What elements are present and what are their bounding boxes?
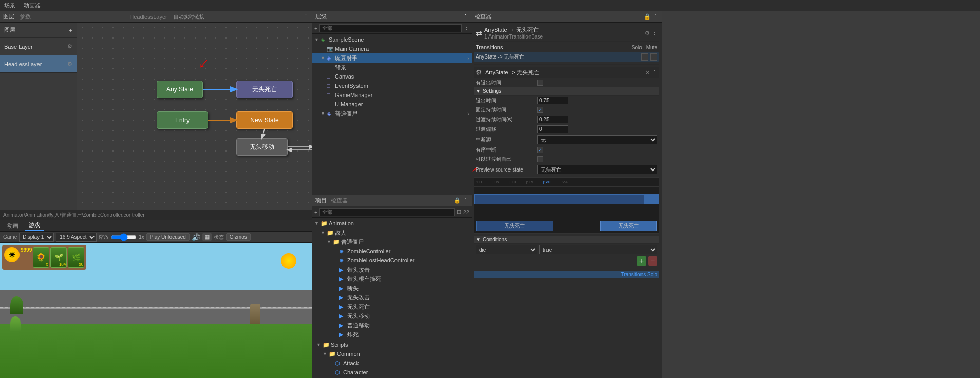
hierarchy-peashoter[interactable]: ▼ ◈ 碗豆射手 › [312, 53, 472, 63]
proj-headless-move[interactable]: ▶ 无头移动 [312, 311, 472, 320]
hierarchy-sample-scene[interactable]: ▼ ◈ SampleScene [312, 35, 472, 44]
hierarchy-uimanager[interactable]: □ UIManager [312, 100, 472, 109]
project-options[interactable]: ⊞ [457, 209, 461, 215]
animator-tab-label[interactable]: 图层 [3, 13, 14, 21]
inspector-menu[interactable]: ⋮ [653, 13, 658, 20]
hierarchy-search[interactable] [319, 24, 462, 32]
audio-icon[interactable]: 🔊 [192, 233, 200, 241]
as-icon: ⬡ [335, 360, 342, 367]
exit-time-input[interactable] [537, 97, 568, 104]
hierarchy-zombie[interactable]: ▼ ◈ 普通僵尸 › [312, 109, 472, 118]
headless-layer-gear-icon[interactable]: ⚙ [67, 61, 72, 67]
condition-name-select[interactable]: die [476, 245, 537, 254]
transition-duration-input[interactable] [537, 116, 568, 123]
condition-value-select[interactable]: true [539, 245, 657, 254]
proj-common[interactable]: ▼ 📁 Common [314, 349, 469, 358]
base-layer-gear-icon[interactable]: ⚙ [67, 43, 72, 50]
inspector-lock[interactable]: 🔒 [644, 13, 651, 20]
entry-state-node[interactable]: Entry [157, 111, 208, 129]
animator-menu[interactable]: ⋮ [303, 13, 309, 20]
settings-dots-icon[interactable]: ⋮ [652, 69, 657, 76]
plant-card-1[interactable]: 🌻 5 [33, 247, 49, 268]
proj-scripts[interactable]: ▼ 📁 Scripts [314, 340, 469, 349]
hierarchy-canvas[interactable]: □ Canvas [312, 72, 472, 81]
gm-obj-icon: □ [327, 92, 334, 98]
proj-attack-script[interactable]: ⬡ Attack [314, 358, 469, 368]
hierarchy-menu[interactable]: ⋮ [463, 13, 468, 20]
animator-canvas[interactable]: ↓ Any State 无头死亡 Entry New State 无头移动 [77, 23, 312, 210]
hierarchy-add-btn[interactable]: + [314, 25, 317, 31]
proj-normal-zombie[interactable]: ▼ 📁 普通僵尸 [312, 237, 472, 247]
plant-card-3[interactable]: 🌿 50 [68, 247, 84, 268]
solo-checkbox[interactable] [641, 53, 648, 61]
proj-head-attack[interactable]: ▶ 带头攻击 [312, 265, 472, 274]
hierarchy-eventsystem[interactable]: □ EventSystem [312, 81, 472, 90]
base-layer-item[interactable]: Base Layer ⚙ [0, 38, 77, 55]
proj-character-script[interactable]: ⬡ Character [314, 368, 469, 377]
svg-line-2 [262, 129, 265, 138]
new-state-node[interactable]: New State [236, 111, 293, 129]
hierarchy-options[interactable]: ⋮ [464, 25, 469, 31]
dead-state-node[interactable]: 无头死亡 [236, 81, 293, 98]
scene-tab[interactable]: 场景 [2, 2, 17, 9]
fixed-duration-checkbox[interactable] [537, 107, 543, 113]
animation-tab[interactable]: 动画 [3, 221, 23, 231]
zoom-slider[interactable] [111, 234, 137, 241]
mute-checkbox[interactable] [650, 53, 657, 61]
project-menu-icon[interactable]: ⋮ [463, 197, 468, 204]
settings-section-header[interactable]: ▼ Settings [474, 87, 659, 96]
project-lock-icon[interactable]: 🔒 [454, 197, 461, 204]
has-exit-time-checkbox[interactable] [537, 80, 543, 86]
stats-btn[interactable]: ▦ [202, 233, 212, 241]
ex-icon: ▶ [339, 331, 346, 338]
hierarchy-background[interactable]: □ 背景 [312, 63, 472, 72]
tg-ruler: :00 |:05 |:10 |:15 |:20 |:24 [476, 179, 568, 185]
proj-animation[interactable]: ▼ 📁 Animation [312, 219, 472, 228]
bh-icon: ▶ [339, 285, 346, 292]
can-transition-self-label: 可以过渡到自己 [476, 156, 537, 163]
proj-enemy[interactable]: ▼ 📁 敌人 [312, 228, 472, 237]
proj-zombie-ctrl[interactable]: ⊕ ZombieController [312, 247, 472, 256]
inspector-settings-icon[interactable]: ⚙ [645, 30, 650, 36]
gizmos-btn[interactable]: Gizmos [226, 233, 251, 241]
inspector-link[interactable]: 检查器 [331, 197, 348, 204]
add-layer-btn[interactable]: + [69, 27, 72, 33]
can-transition-self-checkbox[interactable] [537, 156, 543, 162]
transition-offset-input[interactable] [537, 125, 568, 133]
remove-condition-btn[interactable]: − [648, 256, 657, 266]
interruption-select[interactable]: 无 [537, 135, 657, 144]
hierarchy-gamemanager[interactable]: □ GameManager [312, 90, 472, 100]
project-add-btn[interactable]: + [314, 209, 317, 215]
plant-selector: ☀ 9999 🌻 5 🌱 184 [2, 245, 86, 270]
zombie-prefab-icon: ◈ [327, 110, 334, 117]
scripts-arrow: ▼ [316, 342, 323, 347]
plant-card-2[interactable]: 🌱 184 [50, 247, 67, 268]
proj-headless-dead[interactable]: ▶ 无头死亡 [312, 302, 472, 311]
display-select[interactable]: Display 1 [19, 233, 54, 242]
game-tab[interactable]: 游戏 [25, 220, 44, 231]
transition-item[interactable]: AnyState -> 无头死亡 [474, 52, 659, 62]
animator-params-tab[interactable]: 参数 [20, 13, 31, 21]
any-state-node[interactable]: Any State [157, 81, 203, 98]
project-search[interactable] [319, 208, 454, 216]
ordered-interrupt-checkbox[interactable] [537, 147, 543, 153]
proj-headless-attack[interactable]: ▶ 无头攻击 [312, 293, 472, 302]
animator-panel: 图层 参数 HeadlessLayer 自动实时链接 ⋮ 图层 + Base L… [0, 11, 312, 378]
project-content: ▼ 📁 Animation ▼ 📁 敌人 ▼ 📁 普通僵尸 [312, 218, 472, 378]
aspect-select[interactable]: 16:9 Aspect [56, 233, 97, 242]
proj-zombie-lost-head[interactable]: ⊕ ZombieLostHeadController [312, 256, 472, 265]
hierarchy-main-camera[interactable]: 📷 Main Camera [312, 44, 472, 53]
proj-behead[interactable]: ▶ 断头 [312, 284, 472, 293]
play-unfocused-btn[interactable]: Play Unfocused [146, 233, 190, 241]
proj-normal-move[interactable]: ▶ 普通移动 [312, 320, 472, 330]
proj-explode[interactable]: ▶ 炸死 [312, 330, 472, 339]
inspector-dots-icon[interactable]: ⋮ [652, 30, 657, 36]
move-state-node[interactable]: 无头移动 [236, 138, 288, 156]
proj-head-crash[interactable]: ▶ 带头棍车撞死 [312, 274, 472, 284]
settings-close-icon[interactable]: ✕ [645, 69, 650, 76]
animator-tab[interactable]: 动画器 [22, 2, 43, 9]
headless-layer-item[interactable]: HeadlessLayer ⚙ [0, 55, 77, 73]
add-condition-btn[interactable]: + [637, 256, 646, 266]
preview-source-select[interactable]: 无头死亡 [537, 165, 657, 174]
conditions-section-header[interactable]: ▼ Conditions [474, 236, 659, 244]
